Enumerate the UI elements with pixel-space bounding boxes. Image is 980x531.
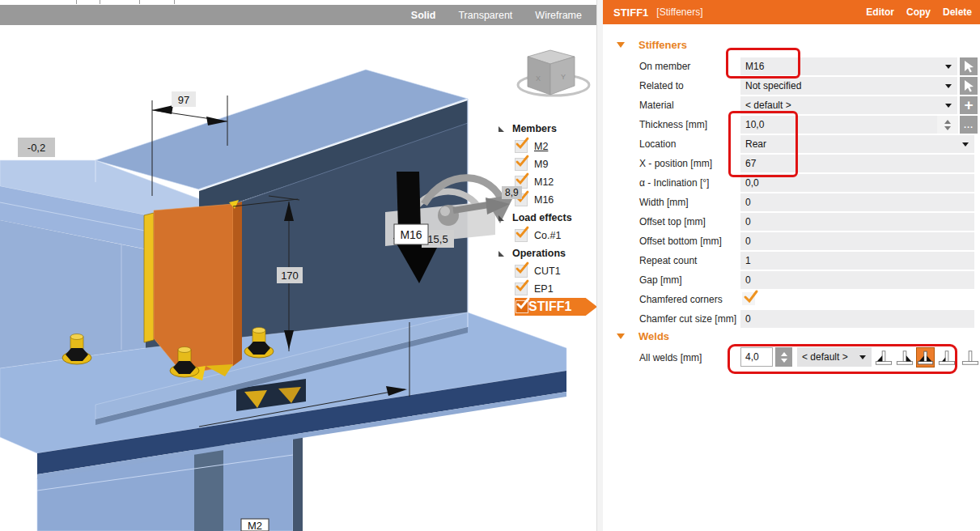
tree-collapse-icon[interactable] — [498, 215, 512, 222]
checkbox[interactable] — [515, 158, 528, 171]
wireframe-mode-button[interactable]: Wireframe — [535, 10, 582, 21]
thickness-stepper[interactable] — [937, 116, 958, 134]
tree-group-members[interactable]: Members — [498, 120, 596, 138]
row-chamfer-cut-size: Chamfer cut size [mm] 0 — [603, 309, 980, 329]
offset-top-input[interactable]: 0 — [740, 213, 974, 231]
row-repeat-count: Repeat count 1 — [603, 251, 980, 270]
stiffeners-rows: On member M16 Related to Not specified M… — [603, 57, 980, 329]
panel-header: STIFF1 [Stiffeners] Editor Copy Delete — [603, 0, 980, 24]
on-member-select[interactable]: M16 — [740, 57, 957, 75]
svg-text:-0,2: -0,2 — [28, 142, 45, 154]
tree-group-load-effects[interactable]: Load effects — [498, 209, 596, 227]
chevron-down-icon — [945, 65, 952, 69]
x-position-input[interactable]: 67 — [740, 155, 974, 172]
checkbox[interactable] — [515, 229, 528, 242]
svg-text:97: 97 — [178, 94, 189, 106]
navigation-cube[interactable]: X Y — [518, 50, 589, 96]
row-offset-bottom: Offset bottom [mm] 0 — [603, 232, 980, 251]
tree-item-m9[interactable]: M9 — [515, 155, 596, 173]
render-mode-toolbar: Solid Transparent Wireframe — [0, 5, 596, 25]
weld-type-bevel-button[interactable] — [937, 347, 956, 367]
connection-design-app: Solid Transparent Wireframe — [0, 0, 980, 531]
copy-button[interactable]: Copy — [906, 6, 931, 18]
svg-text:Y: Y — [561, 73, 566, 81]
thickness-more-button[interactable]: ... — [960, 116, 978, 134]
location-select[interactable]: Rear — [740, 135, 974, 153]
chamfered-corners-checkbox[interactable] — [742, 292, 755, 305]
row-location: Location Rear — [603, 134, 980, 154]
svg-text:M2: M2 — [248, 520, 262, 531]
row-thickness: Thickness [mm] 10,0 ... — [603, 115, 980, 134]
offset-bottom-input[interactable]: 0 — [740, 232, 974, 250]
svg-text:15,5: 15,5 — [427, 233, 448, 245]
row-gap: Gap [mm] 0 — [603, 270, 980, 290]
checkbox[interactable] — [515, 265, 528, 278]
section-collapse-icon — [617, 42, 625, 48]
width-input[interactable]: 0 — [740, 193, 974, 211]
chevron-down-icon — [859, 355, 866, 359]
weld-type-fillet-right-button[interactable] — [895, 347, 914, 367]
material-select[interactable]: < default > — [740, 96, 957, 114]
pick-member-button[interactable] — [960, 57, 978, 75]
offset-label: -0,2 — [18, 138, 55, 157]
tree-item-m2[interactable]: M2 — [515, 138, 596, 155]
tree-item-co1[interactable]: Co.#1 — [515, 227, 596, 244]
solid-mode-button[interactable]: Solid — [411, 10, 436, 21]
row-x-position: X - position [mm] 67 — [603, 154, 980, 173]
add-material-button[interactable]: + — [960, 96, 978, 114]
weld-type-none-button[interactable] — [961, 347, 979, 367]
section-collapse-icon — [617, 333, 625, 339]
viewport-3d[interactable]: Solid Transparent Wireframe — [0, 0, 596, 531]
svg-text:M16: M16 — [400, 228, 422, 241]
repeat-count-input[interactable]: 1 — [740, 252, 974, 270]
welds-row: All welds [mm] 4,0 < default > — [603, 346, 980, 371]
weld-type-fillet-left-button[interactable] — [874, 347, 893, 367]
weld-size-stepper[interactable] — [775, 347, 792, 367]
panel-divider[interactable] — [596, 0, 603, 531]
tree-item-m16[interactable]: M16 — [515, 191, 596, 209]
editor-button[interactable]: Editor — [866, 6, 894, 18]
operation-title: STIFF1 — [613, 6, 648, 19]
tree-collapse-icon[interactable] — [498, 125, 512, 133]
gap-dimension-label: 8,9 — [502, 186, 522, 199]
svg-text:X: X — [536, 74, 541, 83]
row-offset-top: Offset top [mm] 0 — [603, 212, 980, 232]
chevron-down-icon — [945, 104, 952, 108]
row-on-member: On member M16 — [603, 57, 980, 76]
weld-type-double-fillet-button[interactable] — [916, 347, 935, 367]
thickness-input[interactable]: 10,0 — [740, 116, 937, 134]
svg-text:170: 170 — [281, 270, 299, 282]
checkbox[interactable] — [515, 140, 528, 153]
row-inclination: α - Inclination [°] 0,0 — [603, 173, 980, 193]
row-chamfered-corners: Chamfered corners — [603, 290, 980, 309]
tree-item-ep1[interactable]: EP1 — [515, 280, 596, 298]
gap-input[interactable]: 0 — [740, 271, 974, 289]
weld-material-select[interactable]: < default > — [797, 347, 872, 367]
related-to-select[interactable]: Not specified — [740, 77, 957, 95]
row-material: Material < default > + — [603, 96, 980, 115]
row-width: Width [mm] 0 — [603, 193, 980, 212]
tree-item-cut1[interactable]: CUT1 — [515, 262, 596, 280]
tree-item-stiff1-selected[interactable]: STIFF1 — [515, 298, 596, 316]
member-tag-m2: M2 — [241, 519, 269, 531]
properties-panel: STIFF1 [Stiffeners] Editor Copy Delete S… — [603, 0, 980, 531]
checkbox[interactable] — [515, 300, 528, 313]
pick-related-button[interactable] — [960, 77, 978, 95]
tree-item-m12[interactable]: M12 — [515, 173, 596, 191]
stiffeners-section-header[interactable]: Stiffeners — [603, 37, 980, 52]
welds-section-header[interactable]: Welds — [603, 329, 980, 343]
weld-size-input[interactable]: 4,0 — [740, 347, 773, 367]
chevron-down-icon — [945, 84, 952, 88]
tree-collapse-icon[interactable] — [498, 250, 512, 257]
inclination-input[interactable]: 0,0 — [740, 174, 974, 192]
operation-type: [Stiffeners] — [656, 6, 702, 18]
checkbox[interactable] — [515, 282, 528, 295]
chamfer-cut-size-input[interactable]: 0 — [740, 310, 974, 328]
row-related-to: Related to Not specified — [603, 76, 980, 96]
member-tag-m16: M16 — [394, 224, 428, 244]
chevron-down-icon — [962, 142, 969, 147]
delete-button[interactable]: Delete — [943, 6, 972, 18]
model-tree: Members M2 M9 M12 M16 Load effects — [498, 120, 596, 316]
transparent-mode-button[interactable]: Transparent — [458, 10, 512, 21]
tree-group-operations[interactable]: Operations — [498, 244, 596, 262]
